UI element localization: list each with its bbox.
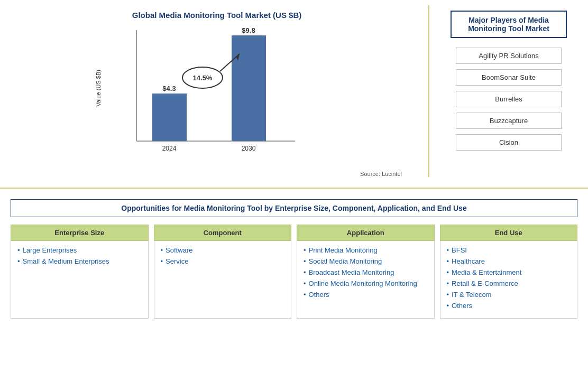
enduse-item-5: • Others bbox=[447, 302, 571, 310]
bottom-section: Opportunities for Media Monitoring Tool … bbox=[0, 194, 588, 327]
main-container: Global Media Monitoring Tool Market (US … bbox=[0, 0, 588, 382]
bar-2030-label: $9.8 bbox=[242, 26, 255, 34]
component-item-1: • Service bbox=[161, 257, 285, 265]
categories-row: Enterprise Size • Large Enterprises • Sm… bbox=[11, 225, 577, 319]
enduse-item-4: • IT & Telecom bbox=[447, 291, 571, 299]
application-item-0: • Print Media Monitoring bbox=[304, 246, 428, 254]
category-header-enduse: End Use bbox=[440, 225, 578, 241]
players-title: Major Players of Media Monitoring Tool M… bbox=[451, 11, 567, 38]
bullet: • bbox=[304, 279, 306, 287]
category-header-enterprise: Enterprise Size bbox=[11, 225, 149, 241]
player-item-2: Burrelles bbox=[456, 91, 562, 107]
category-items-enduse: • BFSI • Healthcare • Media & Entertainm… bbox=[440, 241, 578, 319]
component-item-0: • Software bbox=[161, 246, 285, 254]
chart-title: Global Media Monitoring Tool Market (US … bbox=[132, 11, 302, 20]
application-item-1: • Social Media Monitoring bbox=[304, 257, 428, 265]
application-item-4: • Others bbox=[304, 291, 428, 299]
player-item-0: Agility PR Solutions bbox=[456, 48, 562, 64]
bar-2024 bbox=[152, 94, 187, 141]
players-area: Major Players of Media Monitoring Tool M… bbox=[429, 0, 588, 182]
cagr-label: 14.5% bbox=[193, 74, 213, 82]
enduse-item-1: • Healthcare bbox=[447, 257, 571, 265]
bullet: • bbox=[304, 257, 306, 265]
enduse-item-0: • BFSI bbox=[447, 246, 571, 254]
bullet: • bbox=[304, 291, 306, 299]
category-items-enterprise: • Large Enterprises • Small & Medium Ent… bbox=[11, 241, 149, 319]
bullet: • bbox=[304, 246, 306, 254]
player-item-3: Buzzcapture bbox=[456, 113, 562, 129]
bullet: • bbox=[17, 246, 20, 254]
player-item-4: Cision bbox=[456, 134, 562, 151]
bar-2024-label: $4.3 bbox=[162, 85, 176, 92]
players-list: Agility PR Solutions BoomSonar Suite Bur… bbox=[456, 48, 562, 156]
y-axis-label: Value (US $B) bbox=[95, 70, 102, 107]
bullet: • bbox=[304, 268, 306, 276]
bullet: • bbox=[447, 246, 449, 254]
bar-2030 bbox=[232, 35, 266, 141]
category-header-application: Application bbox=[297, 225, 435, 241]
enterprise-item-0: • Large Enterprises bbox=[17, 246, 142, 254]
category-col-enterprise: Enterprise Size • Large Enterprises • Sm… bbox=[11, 225, 149, 319]
source-label: Source: Lucintel bbox=[360, 171, 402, 177]
category-items-application: • Print Media Monitoring • Social Media … bbox=[297, 241, 435, 319]
enterprise-item-1: • Small & Medium Enterprises bbox=[17, 257, 142, 265]
top-section: Global Media Monitoring Tool Market (US … bbox=[0, 0, 588, 189]
chart-svg: $4.3 2024 $9.8 2030 14.5% bbox=[105, 25, 306, 162]
category-col-application: Application • Print Media Monitoring • S… bbox=[297, 225, 435, 319]
application-item-2: • Broadcast Media Monitoring bbox=[304, 268, 428, 276]
chart-area: Global Media Monitoring Tool Market (US … bbox=[0, 0, 428, 182]
bullet: • bbox=[447, 291, 449, 299]
bullet: • bbox=[447, 279, 449, 287]
bullet: • bbox=[447, 302, 449, 310]
category-col-component: Component • Software • Service bbox=[154, 225, 292, 319]
category-items-component: • Software • Service bbox=[154, 241, 292, 319]
category-header-component: Component bbox=[154, 225, 292, 241]
bar-2030-year: 2030 bbox=[242, 145, 256, 152]
enduse-item-3: • Retail & E-Commerce bbox=[447, 279, 571, 287]
bullet: • bbox=[17, 257, 20, 265]
bullet: • bbox=[161, 257, 163, 265]
category-col-enduse: End Use • BFSI • Healthcare • Media & En… bbox=[440, 225, 578, 319]
bullet: • bbox=[447, 268, 449, 276]
bullet: • bbox=[447, 257, 449, 265]
enduse-item-2: • Media & Entertainment bbox=[447, 268, 571, 276]
bar-2024-year: 2024 bbox=[162, 145, 177, 152]
bullet: • bbox=[161, 246, 163, 254]
player-item-1: BoomSonar Suite bbox=[456, 69, 562, 86]
opportunities-title: Opportunities for Media Monitoring Tool … bbox=[11, 199, 577, 217]
application-item-3: • Online Media Monitoring Monitoring bbox=[304, 279, 428, 287]
